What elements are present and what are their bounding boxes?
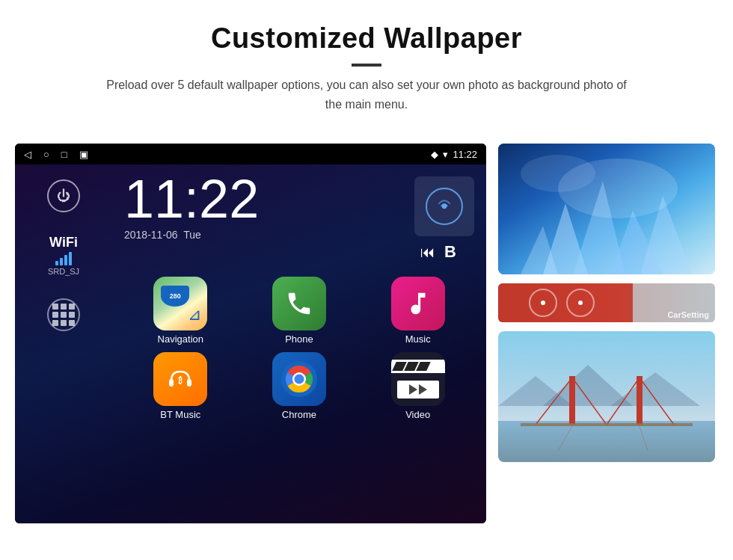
status-bar: ◁ ○ □ ▣ ◆ ▾ 11:22 [15, 144, 486, 164]
top-row: 11:22 2018-11-06 Tue [124, 172, 474, 262]
wifi-svg-icon [435, 197, 454, 216]
svg-point-23 [578, 301, 583, 305]
screen-main: 11:22 2018-11-06 Tue [112, 164, 486, 523]
home-icon: ○ [43, 149, 49, 160]
main-content: ◁ ○ □ ▣ ◆ ▾ 11:22 ⏻ WiFi [15, 144, 718, 523]
svg-text:₿: ₿ [178, 376, 183, 385]
nav-shield: 280 [161, 286, 189, 307]
wallpaper-previews: CarSetting [498, 144, 715, 462]
music-icon [391, 277, 445, 330]
left-sidebar: ⏻ WiFi SRD_SJ [15, 164, 112, 523]
phone-svg [285, 289, 313, 318]
svg-point-22 [541, 301, 545, 305]
carsetting-label: CarSetting [667, 310, 709, 319]
app-item-phone[interactable]: Phone [243, 277, 356, 345]
music-svg [404, 289, 432, 318]
wifi-bar-2 [60, 258, 63, 265]
apps-grid-icon [52, 304, 75, 326]
wifi-bar-1 [55, 261, 58, 265]
wifi-bar-3 [64, 255, 67, 265]
clock-time: 11:22 [124, 172, 259, 226]
clock-date: 2018-11-06 Tue [124, 229, 201, 241]
svg-rect-18 [498, 283, 633, 322]
clapper-body [397, 381, 439, 399]
recent-icon: □ [61, 149, 67, 160]
svg-rect-30 [637, 376, 642, 425]
ice-wallpaper-svg [498, 144, 715, 274]
app-item-music[interactable]: Music [361, 277, 474, 345]
svg-rect-2 [187, 379, 191, 387]
wifi-bars [55, 252, 72, 265]
back-icon: ◁ [24, 149, 31, 160]
app-item-navigation[interactable]: 280 ⊿ Navigation [124, 277, 237, 345]
app-item-chrome[interactable]: Chrome [243, 352, 356, 420]
music-label: Music [405, 333, 431, 345]
svg-point-8 [294, 375, 304, 384]
video-icon [391, 352, 445, 406]
screen-body: ⏻ WiFi SRD_SJ [15, 164, 486, 523]
page-header: Customized Wallpaper Preload over 5 defa… [0, 0, 733, 129]
wifi-label: WiFi [49, 235, 78, 250]
app-item-bt-music[interactable]: ₿ BT Music [124, 352, 237, 420]
clock-section: 11:22 2018-11-06 Tue [124, 172, 402, 241]
svg-point-16 [521, 155, 595, 192]
bt-music-icon: ₿ [153, 352, 207, 406]
wallpaper-bridge[interactable] [498, 331, 715, 462]
clapper-top [391, 360, 445, 373]
svg-rect-35 [521, 423, 693, 426]
bt-music-label: BT Music [160, 409, 200, 420]
wifi-widget: WiFi SRD_SJ [48, 235, 79, 276]
svg-rect-1 [169, 379, 174, 387]
header-divider [352, 64, 381, 67]
widget-row [414, 176, 474, 236]
nav-arrow-icon: ⊿ [188, 305, 201, 324]
navigation-icon: 280 ⊿ [153, 277, 207, 330]
status-bar-right: ◆ ▾ 11:22 [431, 149, 477, 160]
status-bar-left: ◁ ○ □ ▣ [24, 149, 88, 160]
track-name: B [444, 242, 456, 262]
location-icon: ◆ [431, 149, 438, 160]
chrome-icon [272, 352, 326, 406]
page-title: Customized Wallpaper [45, 22, 688, 55]
apps-button[interactable] [47, 298, 80, 331]
media-controls: ⏮ B [414, 242, 474, 262]
wifi-network: SRD_SJ [48, 267, 79, 276]
wallpaper-ice[interactable] [498, 144, 715, 274]
wifi-bar-4 [69, 252, 72, 265]
power-button[interactable]: ⏻ [47, 179, 80, 212]
svg-rect-29 [569, 376, 575, 425]
wifi-circle-icon [426, 188, 463, 225]
phone-label: Phone [285, 333, 313, 345]
phone-icon [272, 277, 326, 330]
wifi-widget-box [414, 176, 474, 236]
page-description: Preload over 5 default wallpaper options… [97, 76, 636, 114]
screenshot-icon: ▣ [79, 149, 88, 160]
device-frame: ◁ ○ □ ▣ ◆ ▾ 11:22 ⏻ WiFi [15, 144, 486, 523]
chrome-svg [280, 360, 319, 399]
status-time: 11:22 [453, 149, 477, 160]
top-widgets: ⏮ B [414, 176, 474, 262]
prev-track-button[interactable]: ⏮ [420, 244, 435, 261]
carsetting-preview[interactable]: CarSetting [498, 283, 715, 322]
chrome-label: Chrome [282, 409, 316, 420]
navigation-label: Navigation [158, 333, 203, 345]
signal-icon: ▾ [443, 149, 448, 160]
app-item-video[interactable]: Video [361, 352, 474, 420]
app-grid: 280 ⊿ Navigation Phone [124, 277, 474, 420]
bridge-wallpaper-svg [498, 331, 715, 462]
bt-music-svg: ₿ [165, 364, 195, 394]
video-label: Video [405, 409, 430, 420]
svg-rect-25 [498, 421, 715, 462]
